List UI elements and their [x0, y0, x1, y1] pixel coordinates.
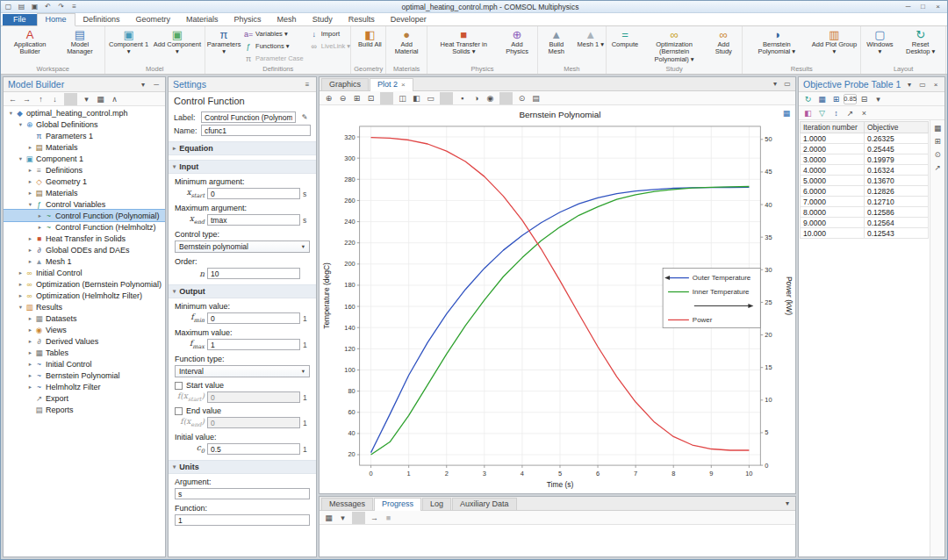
tree-item-initial-control[interactable]: ▸~Initial Control: [4, 358, 165, 370]
messages-tab-auxiliary-data[interactable]: Auxiliary Data: [452, 498, 517, 510]
table-row[interactable]: 8.00000.12586: [801, 207, 929, 218]
close-button[interactable]: ×: [930, 2, 945, 12]
redo-icon[interactable]: ↷: [55, 2, 67, 12]
float-panel-icon[interactable]: ▭: [916, 79, 929, 90]
progress-view-menu-icon[interactable]: ▾: [336, 512, 349, 524]
print-icon[interactable]: ▤: [529, 92, 542, 104]
name-input[interactable]: [201, 125, 311, 136]
tree-item-reports[interactable]: ▤Reports: [4, 404, 165, 415]
tree-item-materials[interactable]: ▸▤Materials: [4, 141, 165, 153]
build-mesh-button[interactable]: ▲Build Mesh: [540, 27, 573, 65]
section-header-units[interactable]: ▾Units: [169, 460, 316, 474]
table-row[interactable]: 9.00000.12564: [801, 218, 929, 228]
reset-desktop-button[interactable]: ↻Reset Desktop ▾: [897, 27, 944, 65]
collapse-all-icon[interactable]: ∧: [108, 93, 121, 105]
menu-tab-developer[interactable]: Developer: [383, 14, 434, 25]
model-manager-button[interactable]: ▤Model Manager: [57, 27, 102, 65]
tree-caret-icon[interactable]: ▸: [26, 384, 34, 391]
zoom-in-icon[interactable]: ⊕: [322, 92, 335, 104]
copy-table-icon[interactable]: ⊞: [830, 93, 843, 105]
messages-menu-icon[interactable]: ▾: [781, 498, 794, 509]
checkbox-icon[interactable]: [175, 407, 183, 415]
messages-tab-messages[interactable]: Messages: [321, 498, 373, 510]
update-probe-icon[interactable]: ↻: [801, 93, 815, 105]
x-end-input[interactable]: [207, 214, 300, 226]
tree-caret-icon[interactable]: ▸: [36, 224, 44, 231]
c0-input[interactable]: [207, 443, 300, 455]
tree-item-control-function-polynomial[interactable]: ▸~Control Function (Polynomial): [4, 210, 165, 221]
table-settings-icon[interactable]: ▾: [872, 93, 885, 105]
tree-item-tables[interactable]: ▸▦Tables: [4, 347, 165, 358]
tree-item-control-variables[interactable]: ▾ƒControl Variables: [4, 198, 165, 210]
add-physics-button[interactable]: ⊕Add Physics: [499, 27, 535, 65]
build-all-button[interactable]: ◧Build All: [353, 27, 386, 65]
table-row[interactable]: 7.00000.12710: [801, 197, 929, 207]
settings-menu-icon[interactable]: ≡: [301, 79, 313, 90]
parameters-button[interactable]: πParameters ▾: [207, 27, 241, 65]
tree-item-bernstein-polynomial[interactable]: ▸~Bernstein Polynomial: [4, 370, 165, 381]
tree-item-definitions[interactable]: ▸≡Definitions: [4, 164, 165, 176]
tree-caret-icon[interactable]: ▸: [17, 281, 25, 288]
lock-axes-icon[interactable]: ▪: [456, 92, 469, 104]
save-icon[interactable]: ▣: [29, 2, 40, 12]
table-window-icon[interactable]: ▦: [931, 122, 944, 133]
plot-canvas-area[interactable]: 2040608010012014016018020022024026028030…: [320, 105, 795, 493]
menu-tab-results[interactable]: Results: [341, 14, 383, 25]
f-max-input[interactable]: [207, 339, 300, 350]
paint-icon[interactable]: ◧: [801, 107, 815, 119]
tree-item-datasets[interactable]: ▸▦Datasets: [4, 312, 165, 324]
tree-item-optimization-helmholtz-filter[interactable]: ▸∞Optimization (Helmholtz Filter): [4, 290, 165, 301]
graphics-tab-plot-2[interactable]: Plot 2×: [370, 78, 413, 91]
tree-item-optimal-heating-control-mph[interactable]: ▾◆optimal_heating_control.mph: [4, 107, 165, 118]
parameter-case-button[interactable]: πParameter Case: [241, 53, 306, 64]
menu-tab-physics[interactable]: Physics: [226, 14, 269, 25]
tree-caret-icon[interactable]: ▸: [26, 190, 34, 197]
f-min-input[interactable]: [207, 312, 300, 324]
order-input[interactable]: [207, 268, 300, 279]
table-row[interactable]: 5.00000.13670: [801, 176, 929, 186]
color-theme-icon[interactable]: ◉: [484, 92, 497, 104]
tree-caret-icon[interactable]: ▸: [26, 338, 34, 345]
table-row[interactable]: 10.0000.12543: [801, 228, 929, 239]
nav-forward-icon[interactable]: →: [20, 93, 33, 105]
export-icon[interactable]: ↗: [931, 162, 944, 173]
study-optimization-bernstein-button[interactable]: ∞Optimization (Bernstein Polynomial) ▾: [643, 27, 706, 65]
tree-item-optimization-bernstein-polynomial[interactable]: ▸∞Optimization (Bernstein Polynomial): [4, 278, 165, 290]
menu-tab-file[interactable]: File: [3, 14, 37, 25]
copy-icon[interactable]: ⊞: [931, 135, 944, 147]
tree-caret-icon[interactable]: ▾: [17, 121, 25, 128]
tree-item-global-odes-and-daes[interactable]: ▸∂Global ODEs and DAEs: [4, 244, 165, 255]
livelink-button[interactable]: ∞LiveLink ▾: [307, 40, 353, 52]
section-header-equation[interactable]: ▸Equation: [169, 141, 316, 155]
x-start-input[interactable]: [207, 188, 300, 199]
node-view-icon[interactable]: ▦: [94, 93, 107, 105]
menu-tab-materials[interactable]: Materials: [178, 14, 226, 25]
tree-caret-icon[interactable]: ▸: [26, 315, 34, 322]
tree-caret-icon[interactable]: ▸: [26, 178, 34, 185]
end-value-checkbox[interactable]: End value: [169, 404, 316, 416]
results-bernstein-polynomial-button[interactable]: ◑Bernstein Polynomial ▾: [744, 27, 808, 65]
options-icon[interactable]: ≡: [68, 2, 80, 12]
move-up-icon[interactable]: ↑: [34, 93, 47, 105]
start-value-checkbox[interactable]: Start value: [169, 378, 316, 391]
tree-item-views[interactable]: ▸◉Views: [4, 324, 165, 335]
tree-item-geometry-1[interactable]: ▸◇Geometry 1: [4, 176, 165, 187]
precision-field[interactable]: 0.85: [844, 94, 857, 104]
plot-window-icon[interactable]: ▦: [780, 107, 793, 118]
tree-caret-icon[interactable]: ▾: [17, 155, 25, 162]
minimize-button[interactable]: ─: [901, 2, 916, 12]
section-header-input[interactable]: ▾Input: [169, 160, 316, 174]
functions-button[interactable]: ƒFunctions ▾: [241, 40, 306, 52]
progress-table-icon[interactable]: ▦: [322, 512, 335, 524]
tree-caret-icon[interactable]: ▸: [26, 167, 34, 174]
tree-caret-icon[interactable]: ▾: [26, 201, 34, 208]
plot-probe-icon[interactable]: ▦: [815, 93, 829, 105]
undo-icon[interactable]: ↶: [42, 2, 54, 12]
tree-item-materials[interactable]: ▸▤Materials: [4, 187, 165, 198]
split-view-icon[interactable]: ◫: [396, 92, 409, 104]
tree-item-control-function-helmholtz[interactable]: ▸~Control Function (Helmholtz): [4, 221, 165, 233]
table-row[interactable]: 4.00000.16324: [801, 165, 929, 176]
control-type-select[interactable]: Bernstein polynomial▾: [175, 241, 310, 253]
tree-item-results[interactable]: ▾▥Results: [4, 301, 165, 312]
image-snapshot-icon[interactable]: ⊙: [515, 92, 528, 104]
